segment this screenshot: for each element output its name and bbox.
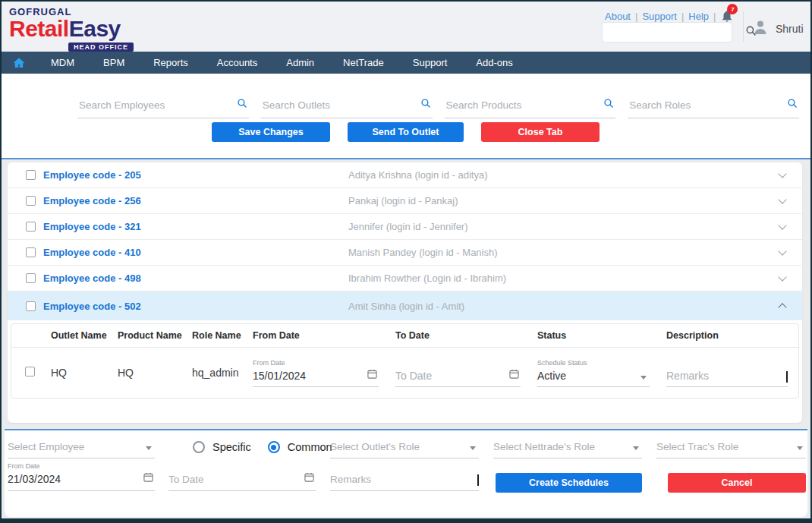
calendar-icon[interactable] (367, 368, 377, 382)
dropdown-caret-icon[interactable] (640, 376, 647, 380)
employee-row[interactable]: Employee code - 498 Ibrahim Rowther (Log… (8, 266, 802, 291)
dropdown-caret-icon[interactable] (470, 446, 476, 450)
select-trac-role-dropdown[interactable]: Select Trac's Role (656, 440, 806, 458)
user-menu[interactable]: Shruti (751, 18, 804, 39)
employee-list: Employee code - 205 Aditya Krishna (logi… (8, 162, 802, 423)
description-field[interactable]: Remarks (666, 358, 788, 387)
row-checkbox[interactable] (26, 170, 36, 180)
search-icon[interactable] (420, 98, 431, 112)
notification-bell-icon[interactable]: 7 (720, 9, 734, 23)
employee-code: Employee code - 498 (43, 273, 141, 284)
send-to-outlet-button[interactable]: Send To Outlet (348, 122, 464, 142)
footer-from-date-field[interactable]: From Date 21/03/2024 (8, 462, 155, 491)
schedule-status-select[interactable]: Schedule Status Active (537, 359, 650, 387)
col-role-name: Role Name (186, 330, 247, 341)
search-row: Search Employees Search Outlets Search P… (77, 98, 799, 118)
footer-remarks-placeholder: Remarks (330, 474, 371, 485)
search-icon[interactable] (787, 98, 798, 112)
chevron-down-icon[interactable] (778, 273, 786, 281)
dropdown-caret-icon[interactable] (797, 446, 803, 450)
create-schedules-button[interactable]: Create Schedules (496, 473, 642, 493)
employee-row[interactable]: Employee code - 410 Manish Pandey (login… (8, 240, 802, 266)
chevron-up-icon[interactable] (778, 303, 786, 311)
home-icon[interactable] (12, 56, 26, 70)
nav-item-nettrade[interactable]: NetTrade (329, 52, 398, 74)
cancel-button[interactable]: Cancel (668, 473, 806, 493)
nav-item-admin[interactable]: Admin (272, 52, 329, 74)
row-checkbox[interactable] (26, 301, 36, 311)
employee-code: Employee code - 321 (43, 221, 141, 232)
chevron-down-icon[interactable] (778, 247, 786, 255)
notification-badge: 7 (727, 4, 738, 14)
close-tab-button[interactable]: Close Tab (481, 122, 600, 142)
search-products-field[interactable]: Search Products (445, 98, 616, 118)
row-checkbox[interactable] (26, 273, 36, 283)
search-roles-field[interactable]: Search Roles (628, 98, 799, 118)
footer-to-date-field[interactable]: To Date (168, 472, 316, 491)
select-nettrade-role-placeholder: Select Nettrade's Role (493, 441, 595, 452)
select-outlet-role-placeholder: Select Outlet's Role (330, 441, 420, 452)
cell-outlet: HQ (45, 367, 112, 379)
from-date-value: 15/01/2024 (253, 370, 306, 382)
radio-common[interactable] (268, 441, 280, 453)
nav-item-reports[interactable]: Reports (139, 52, 203, 74)
employee-code: Employee code - 256 (43, 195, 141, 206)
row-checkbox[interactable] (26, 247, 36, 257)
employee-row-expanded[interactable]: Employee code - 502 Amit Sinha (login id… (8, 291, 802, 320)
employee-row[interactable]: Employee code - 205 Aditya Krishna (logi… (8, 162, 802, 188)
nav-item-bpm[interactable]: BPM (89, 52, 139, 74)
employee-name: Amit Sinha (login id - Amit) (348, 301, 464, 312)
footer-remarks-field[interactable]: Remarks (330, 472, 479, 491)
from-date-field[interactable]: From Date 15/01/2024 (253, 359, 379, 387)
header-search-input[interactable] (603, 23, 745, 42)
dropdown-caret-icon[interactable] (146, 446, 152, 450)
header-divider (743, 11, 744, 42)
select-outlet-role-dropdown[interactable]: Select Outlet's Role (330, 440, 479, 458)
nav-item-addons[interactable]: Add-ons (461, 52, 527, 74)
from-date-label: From Date (253, 359, 379, 367)
col-description: Description (660, 330, 798, 341)
employee-code: Employee code - 410 (43, 247, 141, 258)
calendar-icon[interactable] (304, 471, 314, 485)
link-separator: | (681, 11, 684, 22)
support-link[interactable]: Support (642, 11, 677, 22)
search-employees-field[interactable]: Search Employees (77, 98, 249, 118)
schedule-table: Outlet Name Product Name Role Name From … (11, 323, 799, 399)
help-link[interactable]: Help (688, 11, 709, 22)
row-checkbox[interactable] (26, 222, 36, 232)
search-icon[interactable] (237, 98, 247, 112)
select-employee-dropdown[interactable]: Select Employee (8, 440, 155, 458)
employee-name: Jennifer (login id - Jennifer) (348, 221, 468, 232)
search-icon[interactable] (603, 98, 614, 112)
select-trac-role-placeholder: Select Trac's Role (656, 441, 738, 452)
col-to-date: To Date (389, 330, 531, 341)
link-separator: | (713, 11, 716, 22)
create-schedule-form: Select Employee Specific Common Select O… (5, 429, 807, 517)
employee-row[interactable]: Employee code - 321 Jennifer (login id -… (8, 214, 802, 240)
nav-item-support[interactable]: Support (398, 52, 462, 74)
chevron-down-icon[interactable] (778, 169, 786, 178)
nav-item-accounts[interactable]: Accounts (203, 52, 272, 74)
chevron-down-icon[interactable] (778, 195, 786, 203)
avatar (751, 18, 770, 39)
schedule-row-checkbox[interactable] (25, 367, 35, 376)
select-nettrade-role-dropdown[interactable]: Select Nettrade's Role (493, 440, 642, 458)
employee-name: Pankaj (login id - Pankaj) (348, 195, 458, 206)
search-outlets-placeholder: Search Outlets (263, 99, 330, 111)
chevron-down-icon[interactable] (778, 221, 786, 229)
calendar-icon[interactable] (143, 471, 153, 485)
header-search-box[interactable] (603, 23, 732, 42)
dropdown-caret-icon[interactable] (633, 446, 639, 450)
to-date-field[interactable]: To Date (395, 358, 521, 387)
employee-code: Employee code - 205 (43, 169, 141, 181)
action-buttons: Save Changes Send To Outlet Close Tab (212, 122, 600, 142)
cell-role: hq_admin (186, 367, 247, 379)
about-link[interactable]: About (605, 11, 631, 22)
employee-row[interactable]: Employee code - 256 Pankaj (login id - P… (8, 188, 802, 214)
radio-specific[interactable] (193, 441, 205, 453)
save-changes-button[interactable]: Save Changes (212, 122, 330, 142)
nav-item-mdm[interactable]: MDM (36, 52, 89, 74)
search-outlets-field[interactable]: Search Outlets (261, 98, 433, 118)
calendar-icon[interactable] (509, 368, 519, 382)
row-checkbox[interactable] (26, 196, 36, 206)
